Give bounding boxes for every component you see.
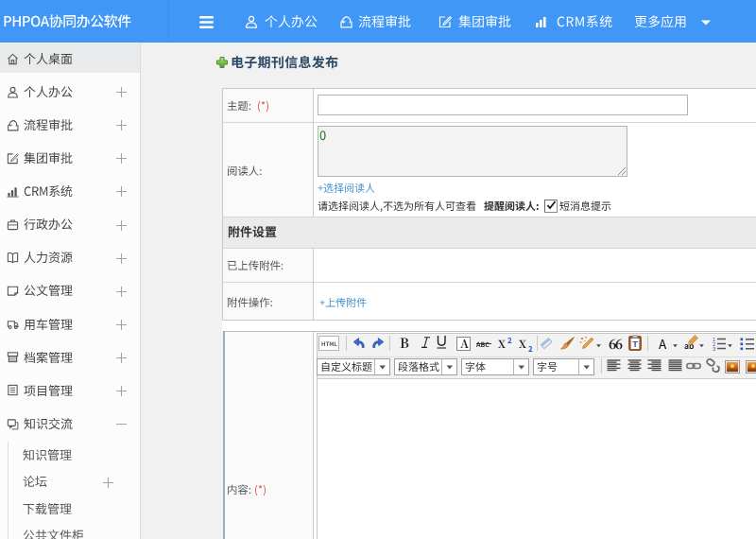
svg-text:T: T xyxy=(632,339,638,349)
svg-text:3: 3 xyxy=(713,346,715,352)
